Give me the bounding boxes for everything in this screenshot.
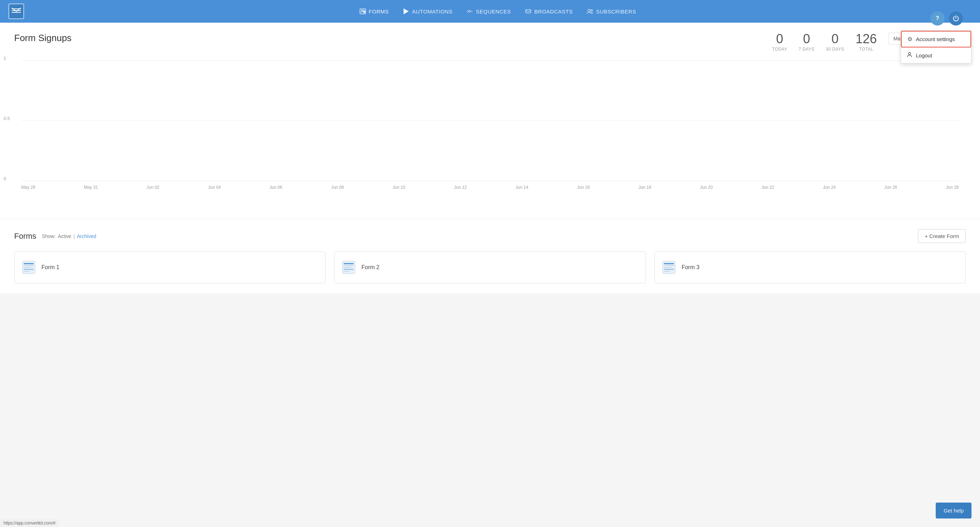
svg-point-13 <box>908 52 910 54</box>
logo-icon <box>12 8 21 15</box>
form-card-1[interactable]: Form 1 <box>14 251 326 283</box>
nav-subscribers[interactable]: SUBSCRIBERS <box>587 8 636 14</box>
account-settings-item[interactable]: ⚙ Account settings <box>901 31 971 48</box>
svg-point-12 <box>591 10 593 11</box>
svg-rect-28 <box>664 265 674 266</box>
svg-rect-24 <box>344 269 353 270</box>
svg-rect-2 <box>12 12 21 13</box>
svg-rect-16 <box>24 265 33 266</box>
broadcasts-icon <box>525 8 531 14</box>
stats-row: Form Signups 0 TODAY 0 7 DAYS 0 30 DAYS … <box>14 33 966 52</box>
forms-header: Forms Show: Active | Archived + Create F… <box>14 229 966 243</box>
chart-x-axis: May 29 May 31 Jun 02 Jun 04 Jun 06 Jun 0… <box>21 185 959 190</box>
subscribers-icon <box>587 8 593 14</box>
settings-icon: ⚙ <box>907 36 912 43</box>
main-content: Form Signups 0 TODAY 0 7 DAYS 0 30 DAYS … <box>0 23 980 219</box>
svg-rect-30 <box>664 269 674 270</box>
forms-section: Forms Show: Active | Archived + Create F… <box>0 219 980 293</box>
nav-broadcasts[interactable]: BROADCASTS <box>525 8 573 14</box>
power-icon <box>953 15 959 22</box>
svg-rect-17 <box>24 267 32 268</box>
svg-rect-27 <box>664 263 674 264</box>
forms-title: Forms <box>14 232 36 241</box>
svg-point-11 <box>588 9 590 12</box>
active-filter: Active <box>58 233 71 239</box>
form-card-2-icon <box>342 260 356 275</box>
stat-today: 0 TODAY <box>772 33 787 52</box>
help-button[interactable]: ? <box>931 11 945 25</box>
account-dropdown: ⚙ Account settings Logout <box>900 30 972 63</box>
archived-filter-link[interactable]: Archived <box>77 233 96 239</box>
svg-rect-23 <box>344 267 352 268</box>
svg-rect-31 <box>664 271 670 271</box>
svg-rect-21 <box>344 263 353 264</box>
page-title: Form Signups <box>14 33 72 44</box>
stat-30days: 0 30 DAYS <box>826 33 844 52</box>
form-card-3-icon <box>662 260 676 275</box>
form-card-3[interactable]: Form 3 <box>654 251 966 283</box>
nav-automations[interactable]: AUTOMATIONS <box>403 8 452 14</box>
power-button[interactable] <box>949 11 963 25</box>
svg-marker-8 <box>404 9 409 14</box>
logout-icon <box>907 52 912 59</box>
automations-icon <box>403 8 409 14</box>
navbar: FORMS AUTOMATIONS SEQUENCES BROADCASTS <box>0 0 980 23</box>
create-form-button[interactable]: + Create Form <box>918 229 966 243</box>
svg-rect-15 <box>24 263 33 264</box>
form-card-2[interactable]: Form 2 <box>334 251 646 283</box>
form-card-1-icon <box>22 260 36 275</box>
forms-icon <box>360 8 366 14</box>
sequences-icon <box>467 8 473 14</box>
svg-rect-18 <box>24 269 33 270</box>
svg-rect-1 <box>12 10 21 11</box>
chart-container: 1 0.5 0 May 29 May 31 Jun 02 Jun 04 Jun … <box>0 60 980 209</box>
chart-grid: 1 0.5 0 <box>21 60 959 181</box>
nav-right: ? <box>931 11 963 25</box>
svg-rect-19 <box>24 271 29 271</box>
svg-rect-29 <box>664 267 672 268</box>
nav-links: FORMS AUTOMATIONS SEQUENCES BROADCASTS <box>360 8 636 14</box>
form-icon-3 <box>662 261 676 274</box>
nav-forms[interactable]: FORMS <box>360 8 389 14</box>
svg-rect-25 <box>344 271 349 271</box>
logout-item[interactable]: Logout <box>901 48 971 63</box>
nav-sequences[interactable]: SEQUENCES <box>467 8 511 14</box>
stat-7days: 0 7 DAYS <box>799 33 815 52</box>
chart-gridline-mid: 0.5 <box>21 121 959 121</box>
forms-grid: Form 1 Form 2 <box>14 251 966 283</box>
svg-rect-7 <box>364 11 365 13</box>
chart-gridline-top: 1 <box>21 60 959 60</box>
forms-filter: Show: Active | Archived <box>42 233 96 239</box>
form-icon-1 <box>22 261 35 274</box>
form-icon-2 <box>342 261 355 274</box>
chart-gridline-bottom: 0 <box>21 181 959 181</box>
svg-rect-22 <box>344 265 353 266</box>
svg-rect-10 <box>526 10 531 13</box>
stat-total: 126 TOTAL <box>856 33 877 52</box>
forms-title-row: Forms Show: Active | Archived <box>14 232 96 241</box>
logo[interactable] <box>8 3 24 19</box>
